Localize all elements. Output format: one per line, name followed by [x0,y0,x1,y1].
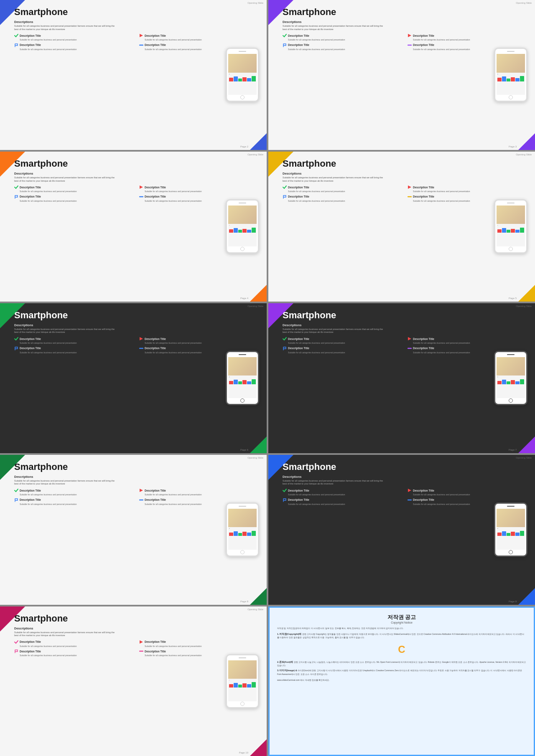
feature-3-3: Description Title Suitable for all categ… [14,195,136,203]
feature-icon-8-2 [408,488,412,492]
feature-title-5-1: Description Title [20,337,41,340]
feature-title-6-2: Description Title [413,337,434,340]
phone-mockup-9: C [226,654,259,708]
feature-desc-9-1: Suitable for all categories business and… [14,645,136,648]
feature-desc-7-3: Suitable for all categories business and… [14,503,136,506]
feature-title-5-4: Description Title [145,347,166,350]
feature-6-2: Description Title Suitable for all categ… [408,337,529,345]
feature-9-3: Description Title Suitable for all categ… [14,649,136,657]
feature-icon-1-4 [139,43,143,47]
feature-icon-2-4 [408,43,412,47]
desc-heading-2: Descriptions [283,20,529,24]
feature-2-1: Description Title Suitable for all categ… [283,33,404,41]
feature-icon-7-2 [139,488,143,492]
feature-title-6-1: Description Title [288,337,309,340]
feature-desc-7-2: Suitable for all categories business and… [139,493,261,496]
copyright-content: 저작권 공고 Copyright Notice 저작권 및 저작인접권자의 허락… [270,608,534,755]
feature-icon-7-1 [14,488,18,492]
page-number-6: Page 7 [509,449,517,451]
feature-title-3-1: Description Title [20,186,41,189]
svg-marker-14 [408,489,411,492]
desc-text-7: Suitable for all categories business and… [14,479,115,486]
feature-title-6-3: Description Title [288,347,309,350]
features-grid-3: Description Title Suitable for all categ… [14,185,261,202]
opening-label-6: Opening Slide [516,305,532,307]
feature-desc-9-2: Suitable for all categories business and… [139,645,261,648]
feature-desc-3-3: Suitable for all categories business and… [14,200,136,203]
page-number-2: Page 3 [509,145,517,148]
copyright-section2: 2.폰트(Font)에 관한 고지사항 나눔고딕, 나눔명조, 나눔스퀘어는 네… [277,660,526,667]
feature-title-7-3: Description Title [20,498,41,501]
opening-label-3: Opening Slide [247,153,263,156]
copyright-para-intro: 저작권 및 저작인접권자의 허락없이 이 서식/문서의 일부 또는 전부를 복사… [277,627,526,630]
feature-icon-7-3 [14,498,18,502]
feature-icon-4-1 [283,185,287,189]
feature-1-3: Description Title Suitable for all categ… [14,43,136,51]
feature-icon-4-2 [408,185,412,189]
features-grid-2: Description Title Suitable for all categ… [283,33,529,51]
feature-icon-6-1 [283,337,287,341]
feature-desc-2-3: Suitable for all categories business and… [283,48,404,51]
page-number-8: Page 9 [509,600,517,603]
features-grid-8: Description Title Suitable for all categ… [283,488,529,505]
features-grid-6: Description Title Suitable for all categ… [283,337,529,354]
feature-icon-5-1 [14,337,18,341]
slide-copyright: 저작권 공고 Copyright Notice 저작권 및 저작인접권자의 허락… [268,606,535,756]
page-number-5: Page 6 [240,449,248,451]
features-grid-9: Description Title Suitable for all categ… [14,640,261,657]
feature-title-4-4: Description Title [413,195,434,198]
slide-9: Opening Slide Smartphone Descriptions Su… [0,606,267,756]
slide-title-8: Smartphone [283,462,529,472]
feature-desc-6-2: Suitable for all categories business and… [408,342,529,345]
svg-marker-10 [408,337,411,340]
page-number-4: Page 5 [509,297,517,299]
feature-title-1-2: Description Title [145,34,166,37]
feature-icon-6-2 [408,337,412,341]
feature-title-3-4: Description Title [145,195,166,198]
opening-label-9: Opening Slide [247,608,263,611]
feature-3-1: Description Title Suitable for all categ… [14,185,136,193]
feature-title-9-4: Description Title [145,650,166,653]
feature-title-4-1: Description Title [288,186,309,189]
feature-7-3: Description Title Suitable for all categ… [14,498,136,506]
feature-icon-2-1 [283,33,287,38]
feature-icon-6-4 [408,346,412,350]
desc-heading-8: Descriptions [283,475,529,479]
page-number-3: Page 4 [240,297,248,299]
svg-marker-16 [140,640,143,644]
feature-icon-6-3 [283,346,287,350]
feature-icon-9-4 [139,649,143,653]
phone-mockup-6: C [494,351,527,405]
phone-mockup-8: C [494,502,527,557]
feature-icon-9-1 [14,640,18,644]
opening-label-1: Opening Slide [247,2,263,4]
feature-icon-8-3 [283,498,287,502]
copyright-section1: 1.저작권(Copyright)에 관한 고지사항 Copyright는 창작물… [277,632,526,639]
svg-marker-6 [408,185,411,189]
copyright-c-logo: C [398,644,405,655]
feature-title-2-3: Description Title [288,43,309,46]
feature-icon-3-2 [139,185,143,189]
feature-icon-9-3 [14,649,18,653]
feature-desc-5-3: Suitable for all categories business and… [14,351,136,354]
feature-icon-4-4 [408,195,412,199]
feature-desc-7-1: Suitable for all categories business and… [14,493,136,496]
feature-desc-8-1: Suitable for all categories business and… [283,493,404,496]
feature-desc-2-2: Suitable for all categories business and… [408,38,529,41]
feature-title-8-1: Description Title [288,489,309,492]
feature-7-1: Description Title Suitable for all categ… [14,488,136,496]
feature-title-6-4: Description Title [413,347,434,350]
feature-title-7-1: Description Title [20,489,41,492]
feature-5-2: Description Title Suitable for all categ… [139,337,261,345]
opening-label-7: Opening Slide [247,457,263,459]
feature-title-1-1: Description Title [20,34,41,37]
feature-8-1: Description Title Suitable for all categ… [283,488,404,496]
slide-7: Opening Slide Smartphone Descriptions Su… [0,455,267,605]
feature-title-7-4: Description Title [145,498,166,501]
svg-marker-8 [140,337,143,340]
feature-icon-1-2 [139,33,143,38]
desc-text-3: Suitable for all categories business and… [14,176,115,183]
phone-mockup-4: C [494,199,527,254]
feature-title-3-2: Description Title [145,186,166,189]
copyright-title: 저작권 공고 [277,614,526,621]
